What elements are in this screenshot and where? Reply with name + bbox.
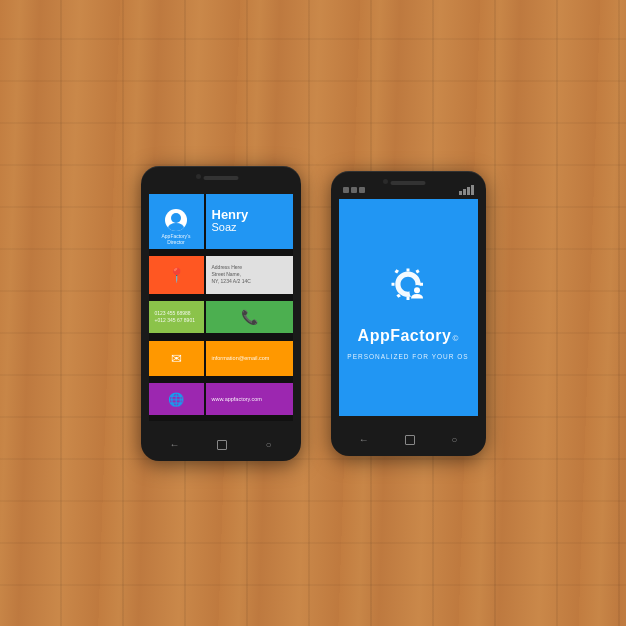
email-address: information@email.com bbox=[212, 355, 270, 361]
tile-phone-number: 0123 455 68988 +012 345 67 8901 bbox=[149, 301, 204, 333]
tile-name: Henry Soaz bbox=[206, 194, 293, 249]
signal-bar-3 bbox=[467, 187, 470, 195]
phone-1-screen: AppFactory's Director Henry Soaz 📍 Addre… bbox=[149, 194, 293, 421]
phone-number-1: 0123 455 68988 bbox=[155, 310, 198, 318]
phone-2: AppFactory© PERSONALIZED FOR YOUR OS ← ○ bbox=[331, 171, 486, 456]
battery-dot-3 bbox=[359, 187, 365, 193]
phone-2-nav-bar: ← ○ bbox=[331, 424, 486, 456]
trademark-symbol: © bbox=[453, 334, 459, 343]
signal-bar-4 bbox=[471, 185, 474, 195]
signal-bar-1 bbox=[459, 191, 462, 195]
home-icon bbox=[217, 440, 227, 450]
nav-search-button[interactable]: ○ bbox=[265, 439, 271, 450]
phone-number-2: +012 345 67 8901 bbox=[155, 317, 198, 325]
email-icon: ✉ bbox=[171, 351, 182, 366]
phone-1-speaker bbox=[203, 176, 238, 180]
tile-address-text: Address Here Street Name, NY, 1234 A/2 1… bbox=[206, 256, 293, 294]
nav-back-button[interactable]: ← bbox=[169, 439, 179, 450]
address-label: Address Here bbox=[212, 264, 287, 271]
battery-dot-1 bbox=[343, 187, 349, 193]
phone-call-icon: 📞 bbox=[241, 309, 258, 325]
tile-profile: AppFactory's Director bbox=[149, 194, 204, 249]
tile-email-icon: ✉ bbox=[149, 341, 204, 376]
home-icon-2 bbox=[405, 435, 415, 445]
tile-call-button[interactable]: 📞 bbox=[206, 301, 293, 333]
svg-point-1 bbox=[414, 287, 420, 293]
tile-grid: AppFactory's Director Henry Soaz 📍 Addre… bbox=[149, 194, 293, 421]
phone-1-nav-bar: ← ○ bbox=[141, 429, 301, 461]
globe-icon: 🌐 bbox=[168, 392, 184, 407]
phone-2-screen: AppFactory© PERSONALIZED FOR YOUR OS bbox=[339, 199, 478, 416]
nav-home-button[interactable] bbox=[217, 440, 227, 450]
person-last-name: Soaz bbox=[212, 221, 237, 234]
address-city: NY, 1234 A/2 14C bbox=[212, 278, 287, 285]
website-url: www.appfactory.com bbox=[212, 396, 262, 402]
status-bar bbox=[343, 185, 474, 195]
nav-search-button-2[interactable]: ○ bbox=[451, 434, 457, 445]
signal-bar-2 bbox=[463, 189, 466, 195]
address-street: Street Name, bbox=[212, 271, 287, 278]
profile-avatar-icon bbox=[165, 209, 187, 231]
phone-2-camera bbox=[383, 179, 388, 184]
tile-web-icon: 🌐 bbox=[149, 383, 204, 415]
nav-back-button-2[interactable]: ← bbox=[359, 434, 369, 445]
tile-address-icon: 📍 bbox=[149, 256, 204, 294]
app-logo-container: AppFactory© PERSONALIZED FOR YOUR OS bbox=[347, 255, 468, 360]
phone-1-camera bbox=[196, 174, 201, 179]
app-name-label: AppFactory© bbox=[358, 327, 459, 345]
location-icon: 📍 bbox=[168, 267, 185, 283]
tile-website-text: www.appfactory.com bbox=[206, 383, 293, 415]
app-logo-icon bbox=[378, 255, 438, 315]
nav-home-button-2[interactable] bbox=[405, 435, 415, 445]
signal-bars bbox=[459, 185, 474, 195]
profile-role-label: AppFactory's Director bbox=[161, 233, 190, 245]
battery-dot-2 bbox=[351, 187, 357, 193]
person-first-name: Henry bbox=[212, 208, 249, 221]
battery-indicator bbox=[343, 187, 365, 193]
app-tagline: PERSONALIZED FOR YOUR OS bbox=[347, 353, 468, 360]
phone-1: AppFactory's Director Henry Soaz 📍 Addre… bbox=[141, 166, 301, 461]
tile-email-text: information@email.com bbox=[206, 341, 293, 376]
